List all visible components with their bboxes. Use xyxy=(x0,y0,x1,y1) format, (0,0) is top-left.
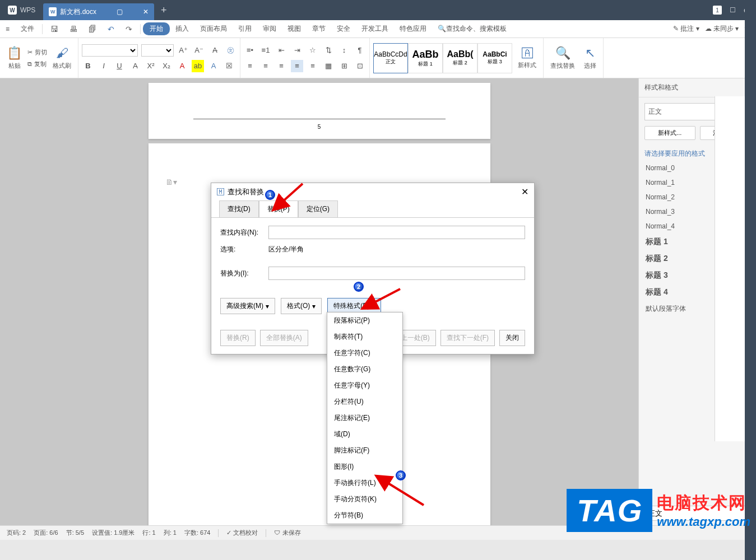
new-style-button[interactable]: 🄰 新样式 xyxy=(514,38,540,78)
cut-button[interactable]: ✂剪切 xyxy=(27,48,47,57)
sync-status[interactable]: ☁ 未同步 ▾ xyxy=(705,24,739,34)
tab-security[interactable]: 安全 xyxy=(331,24,356,34)
status-indent[interactable]: 设置值: 1.9厘米 xyxy=(92,529,134,537)
increase-font-icon[interactable]: A⁺ xyxy=(177,44,189,57)
bullets-button[interactable]: ≡• xyxy=(244,44,256,57)
search-box[interactable]: 🔍查找命令、搜索模板 xyxy=(432,24,512,34)
bold-button[interactable]: B xyxy=(82,60,94,72)
dropdown-item-9[interactable]: 图形(I) xyxy=(327,459,402,475)
tab-view[interactable]: 视图 xyxy=(282,24,307,34)
phonetic-icon[interactable]: ㉆ xyxy=(224,44,236,57)
underline-button[interactable]: U xyxy=(113,60,126,72)
sort-button[interactable]: ⇅ xyxy=(322,44,335,57)
font-color-button[interactable]: A xyxy=(176,60,188,72)
new-style-panel-button[interactable]: 新样式... xyxy=(644,126,695,140)
decrease-indent-button[interactable]: ⇤ xyxy=(275,44,287,57)
italic-button[interactable]: I xyxy=(98,60,110,72)
status-page-no[interactable]: 页码: 2 xyxy=(7,529,26,537)
align-distribute-button[interactable]: ≡ xyxy=(307,60,319,72)
strikethrough-button[interactable]: A̵ xyxy=(129,60,141,72)
dropdown-item-6[interactable]: 尾注标记(E) xyxy=(327,410,402,426)
tab-mini-icon[interactable]: ▢ xyxy=(117,8,123,16)
dropdown-item-5[interactable]: 分栏符(U) xyxy=(327,394,402,410)
status-words[interactable]: 字数: 674 xyxy=(184,529,210,537)
font-size-select[interactable]: 五号 xyxy=(141,44,174,57)
dropdown-item-8[interactable]: 脚注标记(F) xyxy=(327,442,402,459)
notifications-badge[interactable]: 1 xyxy=(713,6,722,15)
dropdown-item-0[interactable]: 段落标记(P) xyxy=(327,312,402,329)
tab-page-layout[interactable]: 页面布局 xyxy=(194,24,233,34)
style-normal[interactable]: AaBbCcDd正文 xyxy=(373,43,408,73)
align-justify-button[interactable]: ≡ xyxy=(291,60,303,72)
char-border-icon[interactable]: ☒ xyxy=(223,60,235,72)
file-menu[interactable]: 文件 xyxy=(15,24,40,34)
dropdown-item-7[interactable]: 域(D) xyxy=(327,426,402,442)
highlight-button[interactable]: ab xyxy=(192,60,204,72)
find-next-button[interactable]: 查找下一处(F) xyxy=(440,330,495,346)
shading-button[interactable]: ▦ xyxy=(322,60,335,72)
char-scale-button[interactable]: ☆ xyxy=(307,44,319,57)
tab-insert[interactable]: 插入 xyxy=(170,24,194,34)
find-input[interactable] xyxy=(268,226,525,239)
replace-input[interactable] xyxy=(268,267,525,280)
dropdown-item-4[interactable]: 任意字母(Y) xyxy=(327,377,402,394)
align-left-button[interactable]: ≡ xyxy=(244,60,256,72)
style-heading1[interactable]: AaBb标题 1 xyxy=(408,43,443,73)
find-replace-button[interactable]: 🔍 查找替换 xyxy=(547,38,578,78)
redo-icon[interactable]: ↷ xyxy=(120,25,138,34)
format-painter-button[interactable]: 🖌 格式刷 xyxy=(49,38,75,78)
status-col[interactable]: 列: 1 xyxy=(164,529,177,537)
style-heading2[interactable]: AaBb(标题 2 xyxy=(443,43,477,73)
advanced-search-button[interactable]: 高级搜索(M) ▾ xyxy=(220,298,275,314)
tab-close-button[interactable]: ✕ xyxy=(143,8,149,16)
tab-special[interactable]: 特色应用 xyxy=(394,24,432,34)
align-center-button[interactable]: ≡ xyxy=(259,60,272,72)
print-preview-icon[interactable]: 🗐 xyxy=(83,25,102,34)
close-button[interactable]: 关闭 xyxy=(499,330,525,346)
superscript-button[interactable]: X² xyxy=(145,60,157,72)
replace-all-button[interactable]: 全部替换(A) xyxy=(260,330,308,346)
tab-chapter[interactable]: 章节 xyxy=(307,24,331,34)
line-spacing-button[interactable]: ↕ xyxy=(338,44,350,57)
print-icon[interactable]: 🖶 xyxy=(64,25,83,34)
document-tab[interactable]: W 新文档.docx ▢ ✕ xyxy=(43,3,154,20)
align-right-button[interactable]: ≡ xyxy=(275,60,287,72)
format-button[interactable]: 格式(O) ▾ xyxy=(281,298,322,314)
status-unsaved[interactable]: 🛡 未保存 xyxy=(274,529,300,537)
tab-home[interactable]: 开始 xyxy=(143,22,170,35)
dropdown-item-3[interactable]: 任意数字(G) xyxy=(327,361,402,377)
dropdown-item-1[interactable]: 制表符(T) xyxy=(327,329,402,345)
style-heading3[interactable]: AaBbCi标题 3 xyxy=(477,43,512,73)
paste-button[interactable]: 📋 粘贴 xyxy=(3,38,25,78)
decrease-font-icon[interactable]: A⁻ xyxy=(193,44,205,57)
tab-developer[interactable]: 开发工具 xyxy=(356,24,394,34)
status-section[interactable]: 节: 5/5 xyxy=(66,529,84,537)
dropdown-item-2[interactable]: 任意字符(C) xyxy=(327,345,402,361)
status-page[interactable]: 页面: 6/6 xyxy=(34,529,58,537)
clear-format-icon[interactable]: A̶ xyxy=(208,44,221,57)
font-family-select[interactable]: 宋体 (正文) xyxy=(82,44,138,57)
window-app-icon[interactable]: ☐ xyxy=(730,6,736,14)
subscript-button[interactable]: X₂ xyxy=(160,60,173,72)
tab-references[interactable]: 引用 xyxy=(233,24,257,34)
dialog-tab-find[interactable]: 查找(D) xyxy=(219,200,259,217)
close-icon[interactable]: ✕ xyxy=(521,186,528,197)
hamburger-icon[interactable]: ≡ xyxy=(0,25,15,33)
replace-button[interactable]: 替换(R) xyxy=(220,330,256,346)
status-line[interactable]: 行: 1 xyxy=(142,529,155,537)
annotations-button[interactable]: ✎ 批注 ▾ xyxy=(673,24,699,34)
doc-insert-icon[interactable]: 🗎▾ xyxy=(165,178,177,186)
tabs-button[interactable]: ⊡ xyxy=(354,60,366,72)
tab-review[interactable]: 审阅 xyxy=(257,24,282,34)
borders-button[interactable]: ⊞ xyxy=(338,60,350,72)
numbering-button[interactable]: ≡1 xyxy=(259,44,272,57)
text-effect-icon[interactable]: A xyxy=(207,60,220,72)
copy-button[interactable]: ⧉复制 xyxy=(27,60,47,68)
status-proof[interactable]: ✓ 文档校对 xyxy=(226,529,258,537)
select-button[interactable]: ↖ 选择 xyxy=(581,38,600,78)
increase-indent-button[interactable]: ⇥ xyxy=(291,44,303,57)
style-gallery[interactable]: AaBbCcDd正文 AaBb标题 1 AaBb(标题 2 AaBbCi标题 3 xyxy=(373,43,512,73)
show-marks-button[interactable]: ¶ xyxy=(354,44,366,57)
undo-icon[interactable]: ↶ xyxy=(102,25,120,34)
save-icon[interactable]: 🖫 xyxy=(45,25,64,34)
